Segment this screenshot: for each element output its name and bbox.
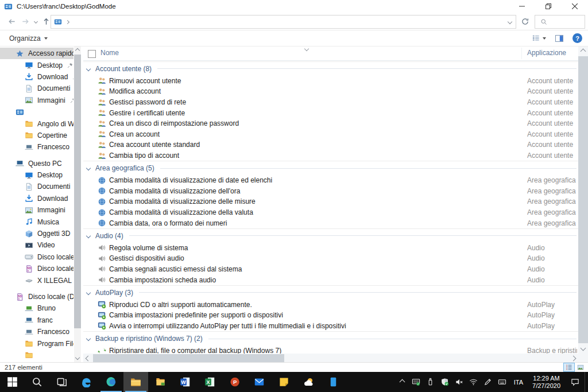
- tray-usb-device-button[interactable]: [423, 372, 438, 392]
- column-separator[interactable]: [521, 48, 522, 59]
- sidebar-item-copertine[interactable]: Copertine: [0, 130, 74, 141]
- tray-touch-keyboard-button[interactable]: [495, 372, 509, 392]
- sidebar-item-angolo-di-windows[interactable]: Angolo di Windows: [0, 118, 74, 129]
- select-all-checkbox[interactable]: [88, 50, 96, 58]
- file-row[interactable]: Cambia data, ora o formato dei numeriAre…: [83, 218, 578, 228]
- sidebar-item-desktop[interactable]: Desktop: [0, 59, 74, 71]
- file-row[interactable]: Avvia o interrompi utilizzando AutoPlay …: [83, 321, 578, 332]
- sidebar-item-documenti[interactable]: Documenti: [0, 181, 74, 192]
- refresh-button[interactable]: [518, 15, 532, 28]
- file-row[interactable]: Cambia impostazioni predefinite per supp…: [83, 310, 578, 321]
- sidebar-item-immagini[interactable]: Immagini: [0, 95, 74, 106]
- address-dropdown-button[interactable]: [504, 15, 516, 28]
- restore-button[interactable]: [535, 0, 562, 13]
- sidebar-item-disco-locale-c[interactable]: Disco locale (C:): [0, 251, 74, 263]
- taskbar-mail-button[interactable]: [247, 372, 272, 392]
- file-row[interactable]: Gestisci password di reteAccount utente: [83, 97, 578, 108]
- horizontal-scrollbar[interactable]: [83, 354, 578, 363]
- clock[interactable]: 12:29 AM 7/27/2020: [528, 375, 565, 389]
- change-view-button[interactable]: [532, 34, 546, 42]
- file-row[interactable]: Cambia modalità di visualizzazione dell'…: [83, 186, 578, 197]
- sidebar-item-francesco[interactable]: Francesco: [0, 141, 74, 153]
- sidebar-item-download[interactable]: Download: [0, 193, 74, 204]
- sidebar-item-x-illegal-x-e[interactable]: X ILLEGAL X (E:): [0, 274, 74, 286]
- details-view-button[interactable]: [564, 363, 574, 371]
- file-row[interactable]: Gestisci dispositivi audioAudio: [83, 253, 578, 264]
- tray-windows-security-button[interactable]: [438, 372, 452, 392]
- scroll-down-icon[interactable]: [75, 355, 80, 360]
- file-row[interactable]: Gestire i certificati utenteAccount uten…: [83, 107, 578, 118]
- taskbar-task-view-button[interactable]: [49, 372, 74, 392]
- group-header-audio[interactable]: Audio (4): [83, 228, 578, 243]
- close-button[interactable]: [562, 0, 588, 13]
- scroll-up-icon[interactable]: [75, 48, 80, 53]
- file-row[interactable]: Cambia modalità di visualizzazione di da…: [83, 175, 578, 186]
- taskbar-edge-button[interactable]: [99, 372, 123, 392]
- file-row[interactable]: Crea un disco di reimpostazione password…: [83, 118, 578, 129]
- search-box[interactable]: [535, 15, 585, 29]
- sidebar-item-video[interactable]: Video: [0, 239, 74, 251]
- scroll-up-icon[interactable]: [581, 49, 586, 55]
- tray-pen-settings-button[interactable]: [481, 372, 495, 392]
- sidebar-item-disco-locale-d[interactable]: SDDisco locale (D:): [0, 263, 74, 274]
- taskbar-sticky-notes-button[interactable]: [272, 372, 296, 392]
- sidebar-item-unnamed[interactable]: [0, 350, 74, 361]
- taskbar-excel-button[interactable]: X: [198, 372, 222, 392]
- scroll-right-icon[interactable]: [571, 356, 577, 362]
- taskbar-weather-button[interactable]: [296, 372, 321, 392]
- address-bar[interactable]: [51, 15, 516, 29]
- sidebar-item-bruno[interactable]: Bruno: [0, 302, 74, 314]
- sidebar-item-program-files[interactable]: Program Files: [0, 337, 74, 349]
- sidebar-section-disco-locale-d[interactable]: SDDisco locale (D:): [0, 291, 74, 302]
- tray-display-status-button[interactable]: [409, 372, 423, 392]
- file-row[interactable]: Rimuovi account utenteAccount utente: [83, 76, 578, 87]
- sidebar-item-documenti[interactable]: Documenti: [0, 83, 74, 94]
- group-header-autoplay[interactable]: AutoPlay (3): [83, 285, 578, 300]
- sort-chevron-icon[interactable]: [304, 46, 309, 51]
- thumbnails-view-button[interactable]: [575, 363, 586, 371]
- sidebar-item-download[interactable]: Download: [0, 71, 74, 83]
- sidebar-scrollbar-thumb[interactable]: [74, 55, 81, 328]
- sidebar-section-questo-pc[interactable]: Questo PC: [0, 158, 74, 169]
- scroll-left-icon[interactable]: [86, 356, 91, 362]
- taskbar-folders-button[interactable]: [148, 372, 173, 392]
- file-row[interactable]: Cambia segnali acustici emessi dal siste…: [83, 264, 578, 275]
- back-button[interactable]: [5, 14, 18, 28]
- tray-volume-muted-button[interactable]: [452, 372, 466, 392]
- vertical-scrollbar[interactable]: [578, 46, 588, 354]
- sidebar-item-francesco[interactable]: Francesco: [0, 326, 74, 337]
- group-header-area-geografica[interactable]: Area geografica (5): [83, 161, 578, 175]
- taskbar-edge-legacy-button[interactable]: [74, 372, 99, 392]
- minimize-button[interactable]: [509, 0, 535, 13]
- tray-wifi-button[interactable]: [466, 372, 481, 392]
- sidebar-item-musica[interactable]: Musica: [0, 216, 74, 227]
- taskbar-powerpoint-button[interactable]: P: [222, 372, 247, 392]
- sidebar-scrollbar[interactable]: [74, 46, 81, 363]
- preview-pane-button[interactable]: [555, 34, 564, 43]
- sidebar-item-immagini[interactable]: Immagini: [0, 204, 74, 216]
- column-header-applicazione[interactable]: Applicazione: [527, 49, 566, 57]
- group-header-backup-e-ripristino-windows-7[interactable]: Backup e ripristino (Windows 7) (2): [83, 331, 578, 346]
- file-row[interactable]: Cambia impostazioni scheda audioAudio: [83, 274, 578, 285]
- file-row[interactable]: Ripristinare dati, file o computer dal b…: [83, 346, 578, 354]
- search-input[interactable]: [550, 17, 585, 26]
- vertical-scrollbar-thumb[interactable]: [578, 56, 588, 343]
- sidebar-item-unnamed[interactable]: [0, 106, 74, 118]
- sidebar-item-oggetti-3d[interactable]: Oggetti 3D: [0, 228, 74, 239]
- language-indicator[interactable]: ITA: [509, 379, 528, 386]
- help-button[interactable]: ?: [572, 33, 582, 43]
- sidebar-item-franc[interactable]: franc: [0, 315, 74, 326]
- scroll-down-icon[interactable]: [581, 346, 586, 351]
- file-row[interactable]: Cambia tipo di accountAccount utente: [83, 150, 578, 161]
- horizontal-scrollbar-thumb[interactable]: [93, 354, 284, 362]
- taskbar-your-phone-button[interactable]: [321, 372, 346, 392]
- file-row[interactable]: Riproduci CD o altri supporti automatica…: [83, 299, 578, 310]
- organizza-menu-button[interactable]: Organizza: [9, 34, 48, 42]
- breadcrumb-chevron-icon[interactable]: [65, 20, 69, 24]
- sidebar-section-accesso-rapido[interactable]: Accesso rapido: [0, 48, 74, 59]
- forward-button[interactable]: [18, 14, 32, 28]
- file-row[interactable]: Modifica accountAccount utente: [83, 86, 578, 97]
- taskbar-word-button[interactable]: W: [173, 372, 198, 392]
- show-desktop-button[interactable]: [585, 372, 588, 392]
- taskbar-start-button[interactable]: [0, 372, 25, 392]
